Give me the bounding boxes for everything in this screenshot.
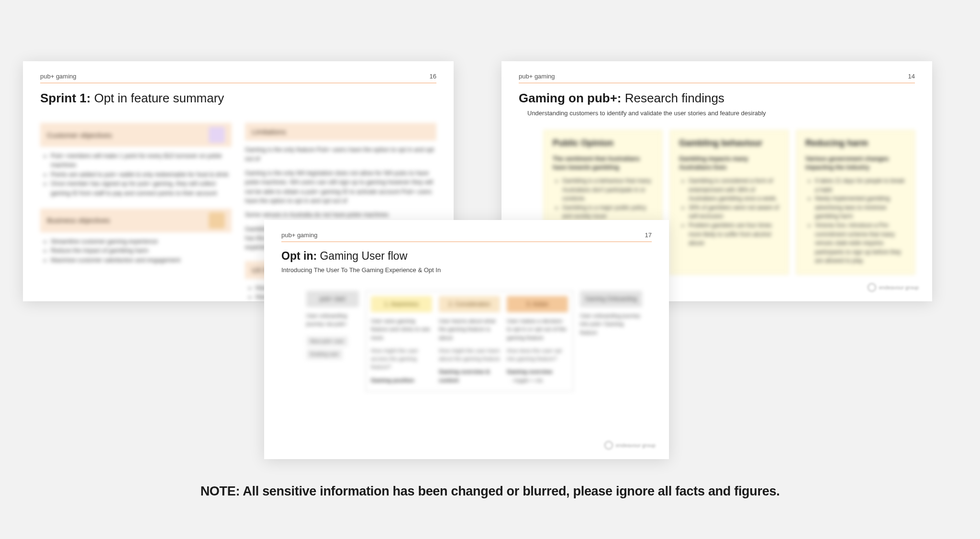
bullet: Victoria Gov. introduce a Pre-commitment… — [815, 221, 906, 265]
bullet: Pub+ members will make 1 point for every… — [51, 152, 232, 170]
card-title: Public Opinion — [553, 138, 653, 148]
bullet: It takes 21 days for people to break a h… — [815, 176, 906, 194]
bullet: Problem gamblers are four times more lik… — [689, 221, 780, 248]
flow-end: Gaming Onboarding User onboarding journe… — [580, 291, 642, 341]
card-lead: Gambling impacts many Australians lives — [679, 155, 780, 172]
logo-text: endeavour group — [616, 443, 656, 448]
card-list: Gambling is a behaviour that many Austra… — [562, 176, 653, 221]
bullet-list: Streamline customer gaming experience Re… — [51, 237, 232, 265]
slide-subtitle: Introducing The User To The Gaming Exper… — [281, 266, 652, 274]
bullet-list: Pub+ members will make 1 point for every… — [51, 152, 232, 198]
band-label: Business objectives — [47, 216, 110, 224]
chip-onboarding: Gaming Onboarding — [580, 291, 642, 307]
flow-footer-sub: - toggle + cta — [511, 376, 568, 385]
slide-subtitle: Understanding customers to identify and … — [519, 110, 915, 117]
flow-question: How might the user learn about the gamin… — [439, 347, 500, 363]
slide-title: Sprint 1: Opt in feature summary — [40, 91, 436, 106]
flow-steps-box: 1. Awareness User sees gaming feature an… — [366, 291, 573, 392]
footer-logo: endeavour group — [604, 441, 656, 450]
bullet: Gambling is a behaviour that many Austra… — [562, 176, 653, 203]
mini-chip: Existing user — [306, 349, 343, 360]
blurred-content: pub+ start User onboarding journey via p… — [281, 291, 652, 392]
mini-chip: New pub+ user — [306, 336, 348, 347]
flow-desc: User learns about what the gaming featur… — [439, 317, 500, 342]
brand-label: pub+ gaming — [40, 73, 77, 80]
card-title: Gambling behaviour — [679, 138, 780, 148]
title-bold: Sprint 1: — [40, 91, 90, 105]
slide-title: Gaming on pub+: Research findings — [519, 91, 915, 106]
band-limitations: Limitations — [245, 123, 436, 141]
flow-footer: Gaming overview - toggle + cta — [507, 368, 568, 385]
card-list: Gambling is considered a form of enterta… — [689, 176, 780, 248]
paragraph: Gaming is the only WA legislation does n… — [245, 169, 436, 206]
card-lead: The sentiment that Australians have towa… — [553, 155, 653, 172]
card-lead: Various government changes impacting the… — [805, 155, 906, 172]
illustration-phone — [209, 127, 225, 143]
bullet: Reduce the impact of gambling harm — [51, 246, 232, 255]
chip-awareness: 1. Awareness — [371, 296, 432, 312]
flow-footer: Gaming position — [371, 376, 432, 385]
bullet: 30% of gamblers were not aware of self-e… — [689, 203, 780, 221]
band-customer-objectives: Customer objectives — [40, 123, 232, 147]
title-rest: Research findings — [622, 91, 724, 105]
title-rest: Gaming User flow — [317, 250, 407, 262]
title-rest: Opt in feature summary — [90, 91, 224, 105]
card-reducing-harm: Reducing harm Various government changes… — [796, 130, 915, 275]
bullet: Gambling is considered a form of enterta… — [689, 176, 780, 203]
slide-header: pub+ gaming 16 — [40, 73, 436, 83]
band-label: Limitations — [252, 128, 286, 136]
bullet: Gambling is a major public policy and so… — [562, 203, 653, 221]
band-business-objectives: Business objectives — [40, 209, 232, 232]
slide-header: pub+ gaming 14 — [519, 73, 915, 83]
page-number: 17 — [645, 231, 652, 239]
brand-label: pub+ gaming — [281, 231, 318, 239]
paragraph: Some venues in Australia do not have pok… — [245, 210, 436, 220]
page-number: 14 — [908, 73, 915, 80]
band-label: Customer objectives — [47, 131, 112, 139]
title-bold: Opt in: — [281, 250, 317, 262]
flow-desc: User onboarding journey into pub+ Gaming… — [580, 312, 642, 337]
flow-question: How might the user access the gaming fea… — [371, 347, 432, 372]
flow-desc: User makes a decision to opt in or opt o… — [507, 317, 568, 342]
flow-desc: User onboarding journey via pub+ — [306, 312, 359, 329]
page-number: 16 — [430, 73, 436, 80]
logo-circle-icon — [604, 441, 613, 450]
bullet: Once member has signed up for pub+ gamin… — [51, 179, 232, 198]
slide-title: Opt in: Gaming User flow — [281, 250, 652, 263]
logo-text: endeavour group — [879, 285, 919, 290]
footer-logo: endeavour group — [868, 283, 919, 292]
bullet: Points are added to pub+ wallet & only r… — [51, 170, 232, 179]
flow-desc: User sees gaming feature and clicks to s… — [371, 317, 432, 342]
bullet: Streamline customer gaming experience — [51, 237, 232, 246]
brand-label: pub+ gaming — [519, 73, 555, 80]
slide-header: pub+ gaming 17 — [281, 231, 652, 242]
flow-start: pub+ start User onboarding journey via p… — [306, 291, 359, 360]
title-bold: Gaming on pub+: — [519, 91, 622, 105]
flow-footer-main: Gaming overview — [507, 369, 552, 374]
slide-userflow: pub+ gaming 17 Opt in: Gaming User flow … — [264, 220, 669, 459]
chip-action: 3. Action — [507, 296, 568, 312]
bullet: Maximise customer satisfaction and engag… — [51, 256, 232, 265]
logo-circle-icon — [868, 283, 876, 292]
chip-consideration: 2. Consideration — [439, 296, 500, 312]
flow-step-3: 3. Action User makes a decision to opt i… — [507, 296, 568, 385]
flow-footer: Gaming overview & content — [439, 368, 500, 385]
paragraph: Gaming is the only feature Pub+ users ha… — [245, 145, 436, 164]
card-gambling-behaviour: Gambling behaviour Gambling impacts many… — [670, 130, 789, 275]
flow-step-2: 2. Consideration User learns about what … — [439, 296, 500, 385]
flow-step-1: 1. Awareness User sees gaming feature an… — [371, 296, 432, 385]
flow-question: How does the user opt into gaming featur… — [507, 347, 568, 363]
card-title: Reducing harm — [805, 138, 906, 148]
chip-start: pub+ start — [306, 291, 359, 307]
illustration-person — [209, 212, 225, 229]
disclaimer-note: NOTE: All sensitive information has been… — [0, 484, 980, 499]
bullet: Newly implemented gambling advertising l… — [815, 194, 906, 221]
card-list: It takes 21 days for people to break a h… — [815, 176, 906, 265]
